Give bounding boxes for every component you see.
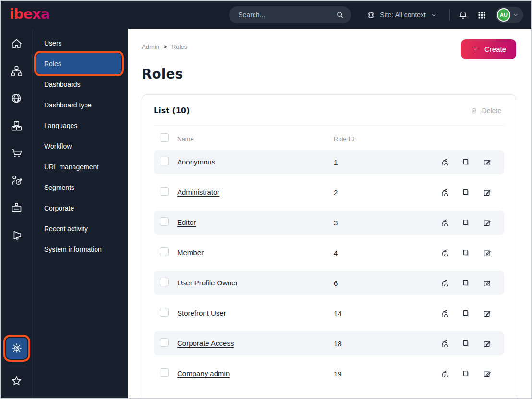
role-id: 19 [334, 370, 440, 378]
create-button[interactable]: Create [461, 39, 516, 59]
assign-user-button[interactable] [440, 158, 449, 167]
role-name-link[interactable]: Corporate Access [177, 339, 234, 347]
sidebar-item-recent-activity[interactable]: Recent activity [36, 218, 121, 239]
role-name-link[interactable]: Company admin [177, 369, 230, 377]
breadcrumb-item-admin[interactable]: Admin [142, 43, 159, 50]
rail-item-engage[interactable] [6, 224, 27, 246]
sidebar-item-corporate[interactable]: Corporate [36, 198, 121, 218]
app-window: ibexa Site: All context AU [0, 0, 532, 399]
assign-user-icon [440, 218, 449, 227]
sidebar-item-users[interactable]: Users [36, 33, 121, 53]
rail-item-favorites[interactable] [6, 370, 27, 391]
rail-divider [8, 365, 26, 365]
rail-bottom [6, 338, 27, 391]
row-checkbox[interactable] [160, 247, 169, 256]
edit-button[interactable] [483, 339, 492, 348]
role-name-link[interactable]: Storefront User [177, 309, 226, 317]
role-id: 18 [334, 340, 440, 348]
row-checkbox[interactable] [160, 217, 169, 226]
column-header-role-id: Role ID [334, 135, 504, 142]
main-content: Admin > Roles Create Roles List (10) Del… [128, 29, 531, 398]
assign-user-button[interactable] [440, 188, 449, 197]
row-checkbox[interactable] [160, 308, 169, 317]
copy-button[interactable] [461, 279, 471, 288]
topbar-divider [449, 9, 450, 21]
sidebar-item-url-management[interactable]: URL management [36, 156, 121, 177]
copy-button[interactable] [461, 339, 471, 348]
search-input[interactable] [237, 11, 336, 19]
edit-button[interactable] [483, 279, 492, 288]
row-checkbox[interactable] [160, 157, 169, 165]
edit-icon [483, 369, 492, 378]
plus-icon [471, 45, 479, 53]
user-menu[interactable]: AU [496, 7, 523, 23]
sidebar-item-languages[interactable]: Languages [36, 115, 121, 136]
sidebar-item-segments[interactable]: Segments [36, 177, 121, 198]
role-name-link[interactable]: Anonymous [177, 158, 215, 166]
assign-user-button[interactable] [440, 248, 449, 258]
megaphone-icon [10, 229, 23, 242]
delete-button[interactable]: Delete [467, 106, 504, 115]
assign-user-button[interactable] [440, 369, 449, 378]
table-row: Storefront User 14 [154, 301, 504, 325]
copy-icon [461, 279, 471, 288]
assign-user-button[interactable] [440, 218, 449, 227]
assign-user-button[interactable] [440, 279, 449, 288]
globe-icon [366, 11, 375, 20]
role-name-link[interactable]: Administrator [177, 188, 219, 196]
rail-item-commerce[interactable] [6, 142, 27, 164]
rail-item-admin[interactable] [6, 197, 27, 218]
row-checkbox[interactable] [160, 368, 169, 377]
copy-icon [461, 188, 471, 197]
table-body: Anonymous 1 Administrator 2 [154, 150, 504, 392]
site-context-selector[interactable]: Site: All context [363, 10, 440, 20]
person-target-icon [10, 174, 23, 187]
main-header: Admin > Roles Create [142, 29, 516, 59]
assign-user-icon [440, 158, 449, 167]
table-row: Administrator 2 [154, 180, 504, 204]
assign-user-button[interactable] [440, 309, 449, 318]
app-switcher-button[interactable] [477, 11, 486, 20]
edit-button[interactable] [483, 248, 492, 258]
row-checkbox[interactable] [160, 187, 169, 196]
row-checkbox[interactable] [160, 338, 169, 347]
copy-button[interactable] [461, 309, 471, 318]
rail-item-content-tree[interactable] [6, 60, 27, 82]
rail-item-site[interactable] [6, 88, 27, 109]
sidebar-item-roles[interactable]: Roles [36, 53, 121, 74]
sidebar-item-system-information[interactable]: System information [36, 239, 121, 259]
edit-button[interactable] [483, 218, 492, 227]
role-name-link[interactable]: Member [177, 248, 204, 257]
bell-icon [458, 10, 468, 20]
global-search[interactable] [229, 6, 351, 23]
assign-user-icon [440, 339, 449, 348]
row-checkbox[interactable] [160, 278, 169, 286]
copy-button[interactable] [461, 248, 471, 258]
copy-button[interactable] [461, 158, 471, 167]
edit-icon [483, 248, 492, 258]
role-name-link[interactable]: User Profile Owner [177, 279, 238, 287]
copy-button[interactable] [461, 369, 471, 378]
sitemap-icon [10, 65, 23, 78]
rail-item-home[interactable] [6, 33, 27, 54]
topbar: ibexa Site: All context AU [1, 1, 531, 29]
edit-button[interactable] [483, 158, 492, 167]
rail-item-personalization[interactable] [6, 170, 27, 191]
sidebar-item-dashboard-type[interactable]: Dashboard type [36, 94, 121, 115]
select-all-checkbox[interactable] [160, 133, 169, 142]
edit-button[interactable] [483, 369, 492, 378]
edit-button[interactable] [483, 309, 492, 318]
rail-item-products[interactable] [6, 115, 27, 136]
notifications-button[interactable] [458, 10, 468, 20]
sidebar-item-dashboards[interactable]: Dashboards [36, 74, 121, 94]
copy-button[interactable] [461, 188, 471, 197]
column-header-name: Name [177, 135, 334, 142]
sidebar-item-workflow[interactable]: Workflow [36, 136, 121, 156]
rail-item-settings-active[interactable] [6, 338, 27, 359]
role-name-link[interactable]: Editor [177, 218, 196, 226]
assign-user-button[interactable] [440, 339, 449, 348]
assign-user-icon [440, 309, 449, 318]
copy-button[interactable] [461, 218, 471, 227]
edit-button[interactable] [483, 188, 492, 197]
edit-icon [483, 218, 492, 227]
